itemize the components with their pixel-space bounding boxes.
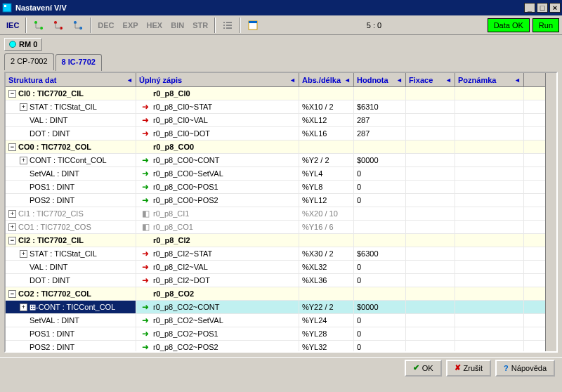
collapse-icon[interactable]: − xyxy=(8,143,16,151)
col-abslen[interactable]: Abs./délka◄ xyxy=(299,73,354,86)
expand-icon[interactable]: + xyxy=(8,223,16,231)
hex-button[interactable]: HEX xyxy=(143,18,166,33)
col-fullname[interactable]: Úplný zápis◄ xyxy=(136,73,299,86)
table-row[interactable]: SetVAL : DINT➜r0_p8_CO0~SetVAL%YL40 xyxy=(6,167,545,181)
svg-rect-0 xyxy=(3,4,11,12)
table-row[interactable]: −CO2 : TIC7702_COLr0_p8_CO2 xyxy=(6,287,545,301)
row-value: $6310 xyxy=(357,103,379,111)
row-struct-label: ⊞-CONT : TICCont_COL xyxy=(30,303,115,312)
input-arrow-icon: ➜ xyxy=(142,262,149,272)
row-value: 0 xyxy=(357,183,361,191)
table-row[interactable]: +CONT : TICCont_COL➜r0_p8_CO0~CONT%Y2 / … xyxy=(6,154,545,167)
row-fullname: r0_p8_CO2~SetVAL xyxy=(153,316,223,325)
row-struct-label: POS2 : DINT xyxy=(30,196,74,204)
row-fullname: r0_p8_CO0~POS1 xyxy=(153,183,218,191)
row-abslen: %Y2 / 2 xyxy=(302,156,329,164)
table-row[interactable]: VAL : DINT➜r0_p8_CI0~VAL%XL12287 xyxy=(6,114,545,127)
row-fullname: r0_p8_CI1 xyxy=(153,209,189,218)
row-abslen: %YL12 xyxy=(302,196,327,204)
col-value[interactable]: Hodnota◄ xyxy=(354,73,406,86)
tab-ic7702[interactable]: 8 IC-7702 xyxy=(55,54,102,71)
tree3-icon[interactable] xyxy=(69,18,87,33)
table-row[interactable]: +CO1 : TIC7702_COS◧r0_p8_CO1%Y16 / 6 xyxy=(6,221,545,234)
table-row[interactable]: POS1 : DINT➜r0_p8_CO0~POS1%YL80 xyxy=(6,181,545,194)
col-note[interactable]: Poznámka◄ xyxy=(455,73,524,86)
table-row[interactable]: POS2 : DINT➜r0_p8_CO2~POS2%YL320 xyxy=(6,341,545,351)
data-grid-panel: Struktura dat◄ Úplný zápis◄ Abs./délka◄ … xyxy=(4,72,558,353)
row-abslen: %X10 / 2 xyxy=(302,103,334,111)
tree1-icon[interactable] xyxy=(30,18,48,33)
row-struct-label: SetVAL : DINT xyxy=(30,169,79,178)
output-arrow-icon: ➜ xyxy=(142,302,149,312)
bin-button[interactable]: BIN xyxy=(167,18,188,33)
table-row[interactable]: VAL : DINT➜r0_p8_CI2~VAL%XL320 xyxy=(6,261,545,274)
minimize-button[interactable]: _ xyxy=(524,3,535,13)
row-struct-label: SetVAL : DINT xyxy=(30,316,79,325)
separator xyxy=(90,18,91,33)
row-value: 0 xyxy=(357,196,361,204)
table-row[interactable]: POS2 : DINT➜r0_p8_CO0~POS2%YL120 xyxy=(6,194,545,207)
row-value: 0 xyxy=(357,276,361,285)
table-row[interactable]: +CI1 : TIC7702_CIS◧r0_p8_CI1%X20 / 10 xyxy=(6,207,545,221)
output-arrow-icon: ➜ xyxy=(142,342,149,351)
disabled-icon: ◧ xyxy=(142,209,150,218)
ok-button[interactable]: ✔OK xyxy=(405,360,442,377)
svg-rect-12 xyxy=(223,27,225,29)
expand-icon[interactable]: + xyxy=(20,157,27,164)
row-abslen: %Y22 / 2 xyxy=(302,303,334,311)
output-arrow-icon: ➜ xyxy=(142,315,149,325)
data-ok-indicator: Data OK xyxy=(488,18,530,32)
row-struct-label: CONT : TICCont_COL xyxy=(30,156,107,164)
svg-rect-9 xyxy=(226,22,232,23)
disabled-icon: ◧ xyxy=(142,222,150,232)
cancel-button[interactable]: ✘Zrušit xyxy=(446,360,492,377)
row-struct-label: VAL : DINT xyxy=(30,263,67,271)
row-struct-label: CO1 : TIC7702_COS xyxy=(18,223,91,231)
collapse-icon[interactable]: − xyxy=(8,237,16,244)
expand-icon[interactable]: + xyxy=(20,103,27,111)
collapse-icon[interactable]: − xyxy=(8,90,16,98)
table-row[interactable]: POS1 : DINT➜r0_p8_CO2~POS1%YL280 xyxy=(6,327,545,341)
table-row[interactable]: SetVAL : DINT➜r0_p8_CO2~SetVAL%YL240 xyxy=(6,314,545,327)
svg-rect-15 xyxy=(249,21,257,23)
expand-icon[interactable]: + xyxy=(8,210,16,218)
tab-cp7002[interactable]: 2 CP-7002 xyxy=(4,53,54,70)
question-icon: ? xyxy=(504,364,509,372)
svg-rect-8 xyxy=(223,22,225,23)
row-abslen: %XL16 xyxy=(302,129,327,138)
window-icon[interactable] xyxy=(244,18,262,33)
collapse-icon[interactable]: − xyxy=(8,290,16,298)
row-struct-label: CI1 : TIC7702_CIS xyxy=(18,209,84,218)
row-fullname: r0_p8_CO2~POS2 xyxy=(153,343,218,351)
row-abslen: %X30 / 2 xyxy=(302,249,334,258)
row-abslen: %YL24 xyxy=(302,316,327,325)
rack-tab-rm0[interactable]: RM 0 xyxy=(4,38,42,51)
tree2-icon[interactable] xyxy=(49,18,67,33)
table-row[interactable]: −CI0 : TIC7702_CILr0_p8_CI0 xyxy=(6,87,545,100)
table-row[interactable]: DOT : DINT➜r0_p8_CI2~DOT%XL360 xyxy=(6,274,545,287)
exp-button[interactable]: EXP xyxy=(119,18,142,33)
col-fix[interactable]: Fixace◄ xyxy=(406,73,455,86)
table-row[interactable]: +STAT : TICStat_CIL➜r0_p8_CI2~STAT%X30 /… xyxy=(6,247,545,261)
row-fullname: r0_p8_CI2 xyxy=(153,236,190,244)
table-row[interactable]: DOT : DINT➜r0_p8_CI0~DOT%XL16287 xyxy=(6,127,545,141)
expand-icon[interactable]: + xyxy=(20,250,27,258)
table-row[interactable]: −CO0 : TIC7702_COLr0_p8_CO0 xyxy=(6,141,545,154)
help-button[interactable]: ?Nápověda xyxy=(495,360,555,377)
expand-icon[interactable]: + xyxy=(20,303,27,311)
table-row[interactable]: −CI2 : TIC7702_CILr0_p8_CI2 xyxy=(6,234,545,247)
dec-button[interactable]: DEC xyxy=(94,18,117,33)
close-button[interactable]: × xyxy=(549,3,561,13)
table-row[interactable]: +⊞-CONT : TICCont_COL➜r0_p8_CO2~CONT%Y22… xyxy=(6,301,545,314)
col-structure[interactable]: Struktura dat◄ xyxy=(6,73,136,86)
iec-button[interactable]: IEC xyxy=(3,18,22,33)
rack-tabs: RM 0 xyxy=(0,35,562,53)
table-row[interactable]: +STAT : TICStat_CIL➜r0_p8_CI0~STAT%X10 /… xyxy=(6,100,545,114)
output-arrow-icon: ➜ xyxy=(142,195,149,205)
maximize-button[interactable]: □ xyxy=(537,3,548,13)
list-icon[interactable] xyxy=(218,18,237,33)
vertical-scrollbar[interactable] xyxy=(545,73,556,351)
row-abslen: %YL8 xyxy=(302,183,322,191)
str-button[interactable]: STR xyxy=(189,18,211,33)
row-struct-label: POS1 : DINT xyxy=(30,183,74,191)
